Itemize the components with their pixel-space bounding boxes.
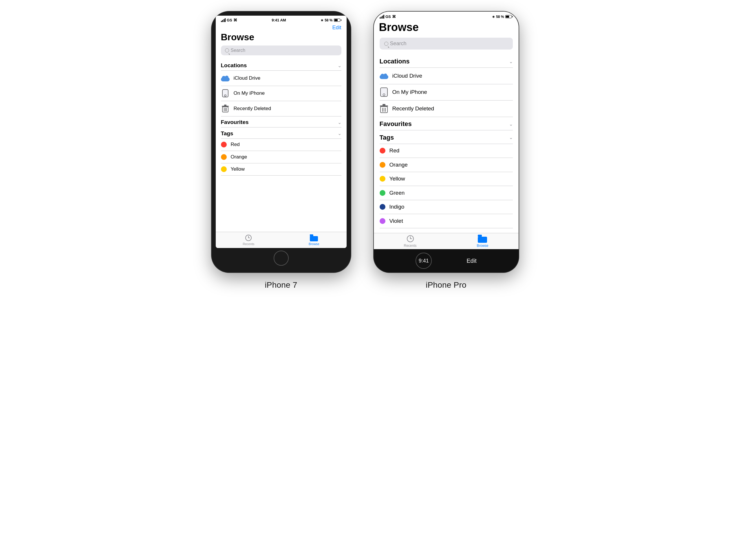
tag-yellow-label: Yellow: [231, 166, 342, 172]
svg-rect-22: [382, 104, 385, 106]
iphonepro-tag-yellow-dot: [379, 176, 385, 182]
iphonepro-carrier-label: GS: [385, 14, 391, 19]
iphonepro-tag-indigo-item[interactable]: Indigo: [374, 200, 519, 214]
svg-rect-3: [222, 90, 228, 97]
iphonepro-on-my-iphone-label: On My iPhone: [392, 89, 513, 95]
tag-yellow-dot: [221, 166, 227, 172]
divider: [221, 175, 342, 176]
iphonepro-status-left: GS ⌘: [379, 14, 396, 19]
iphonepro-trash-icon: [379, 104, 388, 113]
tag-red-label: Red: [231, 142, 342, 147]
on-my-iphone-item[interactable]: On My iPhone: [216, 86, 347, 101]
recently-deleted-item[interactable]: Recently Deleted: [216, 101, 347, 116]
iphone7-home-bar: [216, 248, 347, 268]
locations-chevron-icon: ⌄: [338, 63, 342, 68]
edit-button[interactable]: Edit: [332, 25, 341, 31]
tab-browse[interactable]: Browse: [309, 234, 320, 246]
divider: [379, 228, 513, 228]
iphonepro-locations-title: Locations: [379, 58, 410, 65]
iphonepro-favourites-section-header[interactable]: Favourites ⌄: [374, 117, 519, 130]
iphonepro-icloud-drive-label: iCloud Drive: [392, 73, 513, 79]
iphonepro-edit-button[interactable]: Edit: [466, 258, 476, 264]
tag-orange-label: Orange: [231, 154, 342, 160]
iphonepro-locations-chevron-icon: ⌄: [509, 59, 513, 64]
iphonepro-tag-orange-label: Orange: [389, 162, 513, 168]
on-my-iphone-label: On My iPhone: [234, 90, 342, 96]
iphonepro-tags-chevron-icon: ⌄: [509, 135, 513, 140]
signal-bars-icon: [221, 18, 226, 22]
favourites-chevron-icon: ⌄: [338, 120, 342, 125]
svg-rect-6: [224, 105, 227, 106]
iphonepro-status-right: ∗ 58 %: [492, 15, 512, 19]
iphonepro-tab-browse[interactable]: Browse: [477, 235, 488, 248]
favourites-title: Favourites: [221, 119, 249, 125]
tab-recents-label: Recents: [243, 242, 254, 246]
iphonepro-tag-orange-item[interactable]: Orange: [374, 158, 519, 172]
iphonepro-label: iPhone Pro: [426, 280, 466, 290]
status-right: ∗ 58 %: [321, 18, 341, 22]
iphonepro-bluetooth-icon: ∗: [492, 15, 495, 19]
iphonepro-icloud-drive-item[interactable]: iCloud Drive: [374, 68, 519, 84]
tab-browse-label: Browse: [309, 242, 320, 246]
favourites-section-header[interactable]: Favourites ⌄: [216, 116, 347, 127]
locations-section-header[interactable]: Locations ⌄: [216, 59, 347, 70]
iphonepro-search-icon: [384, 42, 388, 46]
search-placeholder: Search: [231, 48, 246, 53]
iphonepro-favourites-title: Favourites: [379, 120, 412, 128]
iphonepro-recently-deleted-item[interactable]: Recently Deleted: [374, 101, 519, 117]
iphonepro-tab-recents-label: Recents: [404, 244, 416, 248]
iphone7-label: iPhone 7: [265, 280, 297, 290]
page-title: Browse: [216, 31, 347, 45]
iphonepro-bottom-bar: 9:41 Edit: [374, 249, 519, 272]
tag-orange-dot: [221, 154, 227, 160]
iphonepro-tag-green-dot: [379, 190, 385, 196]
status-time: 9:41 AM: [272, 18, 286, 22]
iphonepro-tag-yellow-item[interactable]: Yellow: [374, 172, 519, 186]
iphonepro-wifi-icon: ⌘: [392, 14, 396, 19]
iphonepro-time: 9:41: [415, 253, 432, 269]
iphonepro-tag-red-item[interactable]: Red: [374, 144, 519, 158]
tag-red-dot: [221, 142, 227, 147]
iphonepro-screen-content: Browse Search Locations ⌄: [374, 20, 519, 233]
iphonepro-tag-green-item[interactable]: Green: [374, 186, 519, 200]
iphonepro-tags-title: Tags: [379, 134, 394, 141]
iphone7-tab-bar: Recents Browse: [216, 232, 347, 248]
battery-icon: [334, 19, 342, 22]
battery-percent-label: 58 %: [325, 18, 333, 22]
iphonepro-search-placeholder: Search: [390, 41, 406, 47]
home-button[interactable]: [274, 251, 289, 266]
svg-rect-30: [478, 237, 487, 243]
iphonepro-wrapper: GS ⌘ ∗ 58 % Browse Sear: [374, 12, 519, 290]
iphonepro-tag-indigo-dot: [379, 204, 385, 210]
search-bar[interactable]: Search: [221, 45, 342, 55]
iphonepro-locations-section-header[interactable]: Locations ⌄: [374, 54, 519, 68]
iphonepro-tags-section-header[interactable]: Tags ⌄: [374, 130, 519, 144]
iphone7-wrapper: GS ⌘ 9:41 AM ∗ 58 % Edit: [212, 12, 351, 290]
tab-recents[interactable]: Recents: [243, 234, 254, 246]
iphone7-body: GS ⌘ 9:41 AM ∗ 58 % Edit: [212, 12, 351, 272]
iphonepro-signal-bars-icon: [379, 15, 384, 19]
iphonepro-tag-red-label: Red: [389, 147, 513, 154]
svg-point-18: [384, 73, 387, 77]
tag-yellow-item[interactable]: Yellow: [216, 163, 347, 175]
svg-point-2: [225, 76, 229, 79]
iphonepro-tag-violet-item[interactable]: Violet: [374, 214, 519, 228]
iphonepro-on-my-iphone-item[interactable]: On My iPhone: [374, 84, 519, 100]
carrier-label: GS: [227, 18, 232, 22]
edit-row: Edit: [216, 23, 347, 31]
iphonepro-screen: GS ⌘ ∗ 58 % Browse Sear: [374, 12, 519, 249]
iphonepro-tab-recents[interactable]: Recents: [404, 235, 416, 248]
iphone7-screen-content: Edit Browse Search Locations ⌄: [216, 23, 347, 232]
iphonepro-tag-yellow-label: Yellow: [389, 176, 513, 182]
iphonepro-search-bar[interactable]: Search: [379, 38, 513, 50]
icloud-drive-item[interactable]: iCloud Drive: [216, 71, 347, 86]
wifi-icon: ⌘: [233, 18, 237, 22]
tag-red-item[interactable]: Red: [216, 138, 347, 151]
tags-section-header[interactable]: Tags ⌄: [216, 127, 347, 138]
tag-orange-item[interactable]: Orange: [216, 151, 347, 163]
iphonepro-tag-indigo-label: Indigo: [389, 204, 513, 210]
iphonepro-body: GS ⌘ ∗ 58 % Browse Sear: [374, 12, 519, 272]
iphonepro-tag-violet-label: Violet: [389, 218, 513, 224]
svg-rect-15: [310, 236, 313, 238]
tags-chevron-icon: ⌄: [338, 131, 342, 136]
